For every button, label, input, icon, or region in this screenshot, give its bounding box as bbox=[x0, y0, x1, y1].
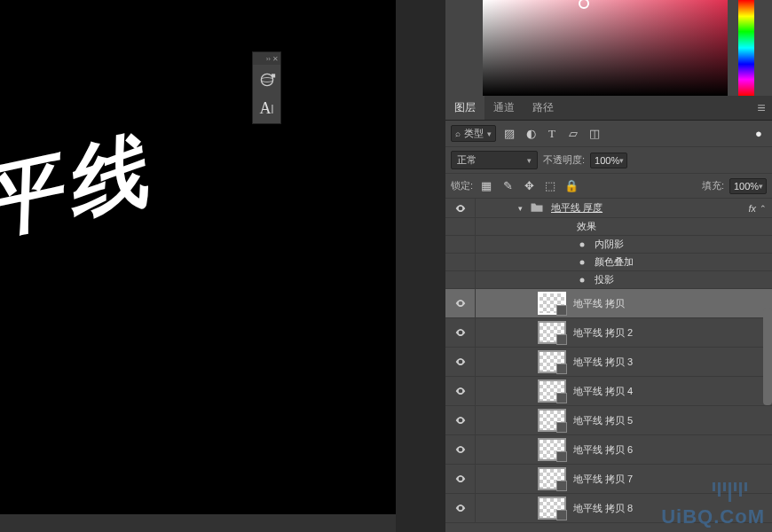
filter-type-icon[interactable]: T bbox=[544, 127, 560, 141]
canvas-text-main: 地平线 bbox=[0, 116, 162, 276]
layer-thumb[interactable] bbox=[538, 467, 566, 490]
blend-mode-select[interactable]: 正常 bbox=[451, 151, 538, 169]
group-toggle-icon[interactable]: ▾ bbox=[518, 204, 523, 213]
effect-visibility-icon[interactable] bbox=[577, 257, 587, 268]
layer-name[interactable]: 地平线 拷贝 6 bbox=[573, 443, 633, 457]
popup-close-icon[interactable]: ✕ bbox=[272, 55, 279, 63]
blend-row: 正常 不透明度: 100% bbox=[445, 147, 772, 174]
svg-rect-2 bbox=[272, 74, 275, 77]
canvas[interactable]: 线 地平线 ›› ✕ A| bbox=[0, 0, 396, 514]
lock-all-icon[interactable]: 🔒 bbox=[563, 179, 579, 192]
folder-icon bbox=[530, 200, 544, 216]
layer-thumb[interactable] bbox=[538, 321, 566, 344]
layer-thumb[interactable] bbox=[538, 379, 566, 403]
layer-name[interactable]: 地平线 拷贝 5 bbox=[573, 414, 633, 427]
filter-adjust-icon[interactable]: ◐ bbox=[523, 127, 539, 140]
lock-brush-icon[interactable]: ✎ bbox=[500, 179, 516, 192]
effect-color-overlay[interactable]: 颜色叠加 bbox=[445, 254, 772, 271]
layer-item[interactable]: 地平线 拷贝 5 bbox=[445, 406, 772, 435]
layer-item[interactable]: 地平线 拷贝 3 bbox=[445, 348, 772, 377]
visibility-icon[interactable] bbox=[454, 297, 467, 309]
visibility-icon[interactable] bbox=[454, 202, 467, 215]
layer-thumb[interactable] bbox=[538, 438, 566, 461]
tab-paths[interactable]: 路径 bbox=[524, 96, 563, 120]
svg-point-6 bbox=[580, 278, 585, 282]
layer-name[interactable]: 地平线 拷贝 3 bbox=[573, 356, 633, 369]
lock-position-icon[interactable]: ✥ bbox=[521, 179, 537, 192]
watermark-bars bbox=[713, 482, 747, 502]
canvas-gutter bbox=[396, 0, 445, 532]
layer-filter-row: ⌕ 类型 ▨ ◐ T ▱ ◫ ● bbox=[445, 121, 772, 147]
lock-artboard-icon[interactable]: ⬚ bbox=[542, 179, 558, 192]
search-icon: ⌕ bbox=[455, 129, 461, 138]
tool-type-icon[interactable]: A| bbox=[256, 97, 279, 120]
lock-transparency-icon[interactable]: ▦ bbox=[478, 179, 494, 192]
lock-label: 锁定: bbox=[451, 179, 473, 192]
tool-popup: ›› ✕ A| bbox=[252, 51, 281, 124]
effect-drop-shadow[interactable]: 投影 bbox=[445, 271, 772, 289]
opacity-label: 不透明度: bbox=[543, 153, 585, 167]
layer-item[interactable]: 地平线 拷贝 6 bbox=[445, 435, 772, 465]
visibility-icon[interactable] bbox=[454, 326, 467, 339]
svg-point-5 bbox=[580, 260, 585, 264]
layer-thumb[interactable] bbox=[538, 350, 566, 373]
svg-point-4 bbox=[580, 242, 585, 246]
visibility-icon[interactable] bbox=[454, 443, 467, 456]
layer-group[interactable]: ▾ 地平线 厚度 fx ⌃ bbox=[445, 199, 772, 218]
svg-point-0 bbox=[261, 74, 272, 85]
color-picker[interactable] bbox=[445, 0, 772, 96]
effect-visibility-icon[interactable] bbox=[577, 239, 587, 250]
filter-smart-icon[interactable]: ◫ bbox=[587, 127, 603, 140]
visibility-icon[interactable] bbox=[454, 502, 467, 514]
hue-strip[interactable] bbox=[738, 0, 754, 96]
lock-row: 锁定: ▦ ✎ ✥ ⬚ 🔒 填充: 100% bbox=[445, 174, 772, 199]
fill-input[interactable]: 100% bbox=[729, 178, 767, 194]
fx-toggle-icon[interactable]: ⌃ bbox=[760, 204, 767, 213]
fx-badge[interactable]: fx bbox=[748, 203, 756, 214]
filter-shape-icon[interactable]: ▱ bbox=[565, 127, 581, 140]
filter-toggle-icon[interactable]: ● bbox=[751, 127, 767, 140]
layer-item[interactable]: 地平线 拷贝 4 bbox=[445, 377, 772, 406]
visibility-icon[interactable] bbox=[454, 414, 467, 426]
layer-name[interactable]: 地平线 拷贝 4 bbox=[573, 385, 633, 398]
visibility-icon[interactable] bbox=[454, 385, 467, 397]
layer-name[interactable]: 地平线 拷贝 8 bbox=[573, 502, 633, 515]
popup-collapse-icon[interactable]: ›› bbox=[266, 55, 271, 63]
effects-header[interactable]: 效果 bbox=[445, 218, 772, 236]
filter-kind-select[interactable]: ⌕ 类型 bbox=[451, 125, 496, 142]
group-name[interactable]: 地平线 厚度 bbox=[551, 201, 603, 215]
layer-item[interactable]: 地平线 拷贝 bbox=[445, 289, 772, 318]
right-panel: ⫶ 中 ☽ °， 简 ☺ ⚙ 图层 通道 路径 ≡ ⌕ 类型 ▨ ◐ T ▱ ◫… bbox=[445, 0, 772, 532]
color-field[interactable] bbox=[483, 0, 728, 96]
fill-label: 填充: bbox=[702, 179, 724, 192]
tab-channels[interactable]: 通道 bbox=[484, 96, 524, 120]
filter-pixel-icon[interactable]: ▨ bbox=[501, 127, 517, 140]
effect-visibility-icon[interactable] bbox=[577, 275, 587, 286]
layer-name[interactable]: 地平线 拷贝 2 bbox=[573, 326, 633, 340]
tool-3d-icon[interactable] bbox=[256, 68, 279, 91]
layer-thumb[interactable] bbox=[538, 292, 566, 315]
visibility-icon[interactable] bbox=[454, 473, 467, 485]
layer-thumb[interactable] bbox=[538, 409, 566, 432]
layer-name[interactable]: 地平线 拷贝 7 bbox=[573, 473, 633, 486]
layer-item[interactable]: 地平线 拷贝 2 bbox=[445, 318, 772, 348]
svg-point-1 bbox=[261, 78, 272, 82]
visibility-icon[interactable] bbox=[454, 356, 467, 368]
layer-name[interactable]: 地平线 拷贝 bbox=[573, 297, 625, 310]
panel-menu-icon[interactable]: ≡ bbox=[751, 96, 772, 120]
effect-inner-shadow[interactable]: 内阴影 bbox=[445, 236, 772, 254]
color-cursor[interactable] bbox=[579, 0, 589, 9]
tab-layers[interactable]: 图层 bbox=[445, 96, 484, 120]
layers-scrollbar[interactable] bbox=[763, 308, 772, 405]
layer-thumb[interactable] bbox=[538, 497, 566, 520]
panel-tabs: 图层 通道 路径 ≡ bbox=[445, 96, 772, 121]
watermark: UiBQ.CoM bbox=[661, 505, 765, 528]
opacity-input[interactable]: 100% bbox=[590, 153, 627, 168]
